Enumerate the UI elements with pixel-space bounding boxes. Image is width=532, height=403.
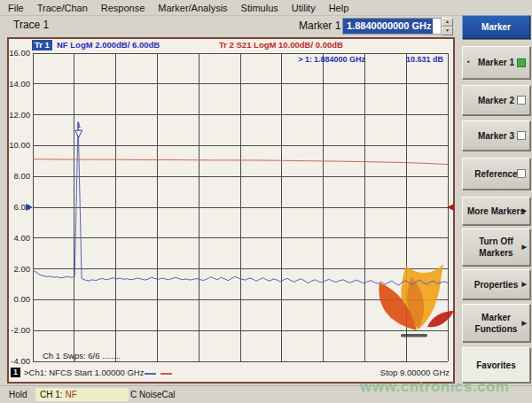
softkey-marker-2[interactable]: Marker 2 (462, 85, 530, 115)
menu-trace-chan[interactable]: Trace/Chan (37, 3, 88, 13)
marker3-checkbox[interactable] (517, 131, 526, 140)
stepper-up-icon[interactable]: ▲ (442, 18, 453, 27)
arrow-right-icon: ▶ (522, 206, 527, 214)
softkey-properties[interactable]: Properties ▶ (462, 269, 530, 299)
grid-lines (33, 53, 448, 361)
softkey-marker-3[interactable]: Marker 3 (462, 120, 530, 151)
trace1-reference-marker-icon (26, 204, 33, 211)
marker1-field-label: Marker 1 (299, 19, 340, 32)
y-axis-tick-label: 2.00 (9, 264, 30, 274)
menu-response[interactable]: Response (101, 3, 145, 13)
calibration-status: C NoiseCal (130, 390, 176, 399)
menu-marker-analysis[interactable]: Marker/Analysis (158, 3, 227, 13)
trace1-scale-label[interactable]: NF LogM 2.000dB/ 6.00dB (57, 40, 160, 50)
vna-application-window: File Trace/Chan Response Marker/Analysis… (0, 0, 532, 403)
marker1-frequency-input[interactable]: 1.8840000000 GHz (342, 18, 442, 35)
softkey-more-markers[interactable]: More Markers ▶ (462, 197, 530, 225)
reference-checkbox[interactable] (517, 169, 526, 178)
arrow-right-icon: ▶ (522, 243, 527, 251)
y-axis-tick-label: -4.00 (9, 356, 30, 366)
cntronics-logo-icon (379, 264, 454, 337)
stimulus-stop-label: Stop 9.00000 GHz (380, 368, 450, 377)
trace1-color-key-icon (145, 373, 156, 375)
y-axis-tick-label: -2.00 (9, 325, 30, 335)
softkey-reference[interactable]: Reference (462, 158, 530, 190)
measurement-type: NF (66, 390, 77, 399)
y-axis-tick-label: 14.00 (9, 79, 30, 89)
softkey-marker-1[interactable]: ▪ Marker 1 (462, 46, 530, 79)
menu-bar: File Trace/Chan Response Marker/Analysis… (0, 0, 532, 16)
marker1-frequency-value: 1.8840000000 GHz (343, 19, 433, 34)
y-axis-tick-label: 0.00 (9, 294, 30, 304)
channel1-badge: 1 (11, 368, 20, 377)
softkey-favorites[interactable]: Favorites (462, 347, 530, 383)
stimulus-start-label: >Ch1: NFCS Start 1.00000 GHz (24, 368, 144, 377)
softkey-turn-off-markers[interactable]: Turn Off Markers ▶ (462, 229, 530, 266)
sweep-counter: Ch 1 Swps: 6/6 ........ (43, 351, 121, 360)
marker2-checkbox[interactable] (517, 96, 526, 105)
active-trace-label: Trace 1 (13, 19, 49, 31)
marker1-checkbox[interactable] (517, 58, 526, 67)
marker-readout-frequency: 1.884000 GHz (314, 55, 364, 64)
trigger-status: Hold (9, 390, 27, 399)
marker1-symbol: 1 (75, 121, 82, 137)
y-axis-tick-label: 12.00 (9, 110, 30, 120)
menu-stimulus[interactable]: Stimulus (241, 3, 278, 13)
marker-readout-value: 10.531 dB (379, 55, 443, 64)
marker1-frequency-stepper: ▲ ▼ (442, 18, 453, 35)
plot-area[interactable]: 1 (9, 39, 453, 382)
arrow-right-icon: ▶ (522, 319, 527, 327)
menu-file[interactable]: File (8, 3, 24, 13)
softkey-marker-functions[interactable]: Marker Functions ▶ (462, 304, 530, 342)
marker-readout-number: > 1: (266, 55, 312, 64)
arrow-right-icon: ▶ (522, 280, 527, 288)
watermark-text: www.cntronics.com (360, 378, 509, 396)
measurement-display: 1 Tr 1 NF LogM 2.000dB/ 6.00dB Tr 2 S21 … (7, 37, 455, 384)
y-axis-tick-label: 16.00 (9, 48, 30, 58)
active-bullet-icon: ▪ (467, 58, 470, 66)
trace1-badge[interactable]: Tr 1 (32, 40, 52, 50)
trace2-color-key-icon (160, 373, 172, 375)
stepper-down-icon[interactable]: ▼ (442, 27, 453, 35)
softkey-menu-title: Marker (462, 15, 530, 39)
menu-help[interactable]: Help (329, 3, 349, 13)
y-axis-tick-label: 10.00 (9, 140, 30, 150)
svg-text:1: 1 (76, 121, 81, 129)
menu-utility[interactable]: Utility (292, 3, 316, 13)
y-axis-tick-label: 4.00 (9, 233, 30, 243)
trace2-reference-marker-icon (447, 204, 454, 211)
trace2-scale-label[interactable]: Tr 2 S21 LogM 10.00dB/ 0.00dB (219, 40, 343, 50)
channel-status-field: CH 1:NF (35, 388, 129, 401)
y-axis-tick-label: 8.00 (9, 171, 30, 181)
